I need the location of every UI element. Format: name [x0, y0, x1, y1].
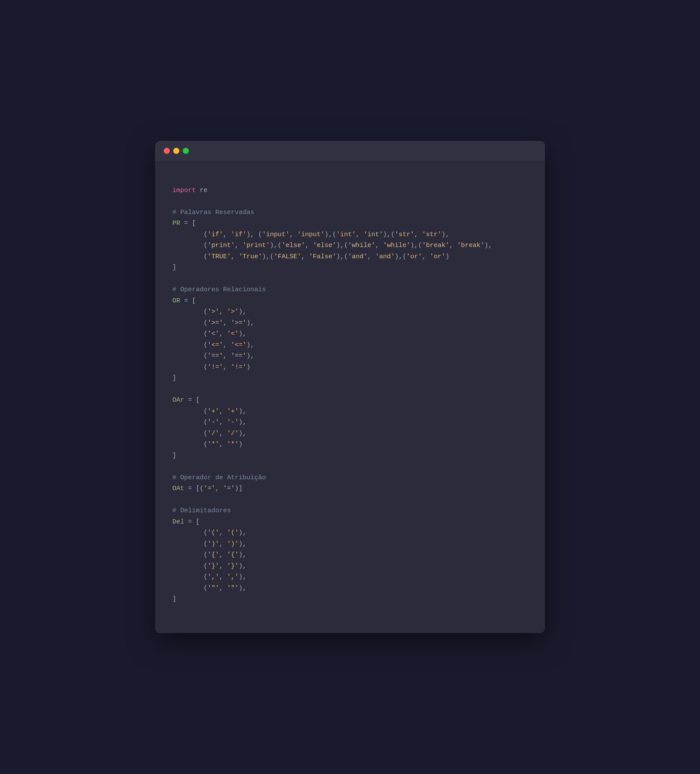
- del-s3a: '{': [207, 551, 219, 559]
- pr-s12b: 'or': [430, 253, 445, 260]
- del-s4a: '}': [207, 563, 219, 570]
- or-s1a: '>': [207, 308, 219, 315]
- del-s4b: '}': [227, 563, 239, 570]
- oar-s1a: '+': [207, 408, 219, 415]
- pr-s1b: 'if': [231, 231, 246, 238]
- del-s5a: ',': [207, 573, 219, 581]
- pr-s3a: 'int': [336, 231, 356, 238]
- var-del: Del: [172, 518, 184, 526]
- oat-s1b: '=': [223, 485, 235, 492]
- or-s4a: '<=': [207, 341, 223, 349]
- oar-s4b: '*': [227, 441, 239, 448]
- pr-s9a: 'TRUE': [207, 253, 231, 260]
- maximize-dot[interactable]: [183, 148, 189, 154]
- pr-s4a: 'str': [395, 231, 414, 238]
- or-s5a: '==': [207, 352, 223, 360]
- or-s5b: '==': [231, 352, 246, 360]
- oar-s3b: '/': [227, 430, 239, 437]
- del-s1b: '(': [227, 529, 239, 537]
- or-s2a: '>=': [207, 319, 223, 327]
- pr-s7a: 'while': [348, 242, 375, 249]
- del-s1a: '(': [207, 529, 219, 537]
- pr-s5a: 'print': [207, 242, 235, 249]
- or-s6b: '!=': [231, 364, 246, 371]
- del-s2a: ')': [207, 540, 219, 548]
- oat-s1a: '=': [204, 485, 215, 492]
- oar-s3a: '/': [207, 430, 219, 437]
- del-s5b: ',': [227, 573, 239, 581]
- comment-del: # Delimitadores: [172, 507, 231, 514]
- pr-s6b: 'else': [313, 242, 336, 249]
- pr-s6a: 'else': [282, 242, 305, 249]
- titlebar: [155, 141, 545, 161]
- pr-s8a: 'break': [422, 242, 449, 249]
- var-oar: OAr: [172, 397, 184, 404]
- import-keyword: import: [172, 187, 196, 194]
- pr-s10a: 'FALSE': [274, 253, 301, 260]
- del-s6b: '"': [227, 585, 239, 592]
- var-oat: OAt: [172, 485, 184, 492]
- pr-s2b: 'input': [297, 231, 324, 238]
- import-module: re: [196, 187, 207, 194]
- oar-s2a: '-': [207, 419, 219, 426]
- minimize-dot[interactable]: [173, 148, 179, 154]
- pr-s1a: 'if': [207, 231, 223, 238]
- pr-line1: [172, 231, 204, 238]
- editor-window: import re # Palavras Reservadas PR = [ (…: [155, 141, 545, 633]
- code-editor: import re # Palavras Reservadas PR = [ (…: [155, 161, 545, 633]
- var-pr: PR: [172, 220, 180, 227]
- var-or: OR: [172, 297, 180, 305]
- del-s2b: ')': [227, 540, 239, 548]
- oar-s1b: '+': [227, 408, 239, 415]
- pr-s12a: 'or': [406, 253, 422, 260]
- comment-pr: # Palavras Reservadas: [172, 209, 254, 216]
- pr-s4b: 'str': [422, 231, 441, 238]
- comment-oat: # Operador de Atribuição: [172, 474, 266, 481]
- pr-s8b: 'break': [457, 242, 484, 249]
- or-s2b: '>=': [231, 319, 246, 327]
- pr-t1: (: [204, 231, 207, 238]
- comment-or: # Operadores Relacionais: [172, 286, 266, 293]
- oar-s4a: '*': [207, 441, 219, 448]
- pr-s11a: 'and': [348, 253, 367, 260]
- or-s4b: '<=': [231, 341, 246, 349]
- close-dot[interactable]: [164, 148, 170, 154]
- pr-s5b: 'print': [243, 242, 270, 249]
- del-s6a: '"': [207, 585, 219, 592]
- pr-s11b: 'and': [375, 253, 395, 260]
- pr-s9b: 'True': [239, 253, 262, 260]
- pr-s10b: 'False': [309, 253, 336, 260]
- pr-s2a: 'input': [262, 231, 289, 238]
- pr-s7b: 'while': [383, 242, 410, 249]
- or-s6a: '!=': [207, 364, 223, 371]
- pr-eq: = [: [180, 220, 196, 227]
- or-s3b: '<': [227, 330, 239, 338]
- del-s3b: '{': [227, 551, 239, 559]
- oar-s2b: '-': [227, 419, 239, 426]
- or-s1b: '>': [227, 308, 239, 315]
- or-s3a: '<': [207, 330, 219, 338]
- pr-s3b: 'int': [363, 231, 383, 238]
